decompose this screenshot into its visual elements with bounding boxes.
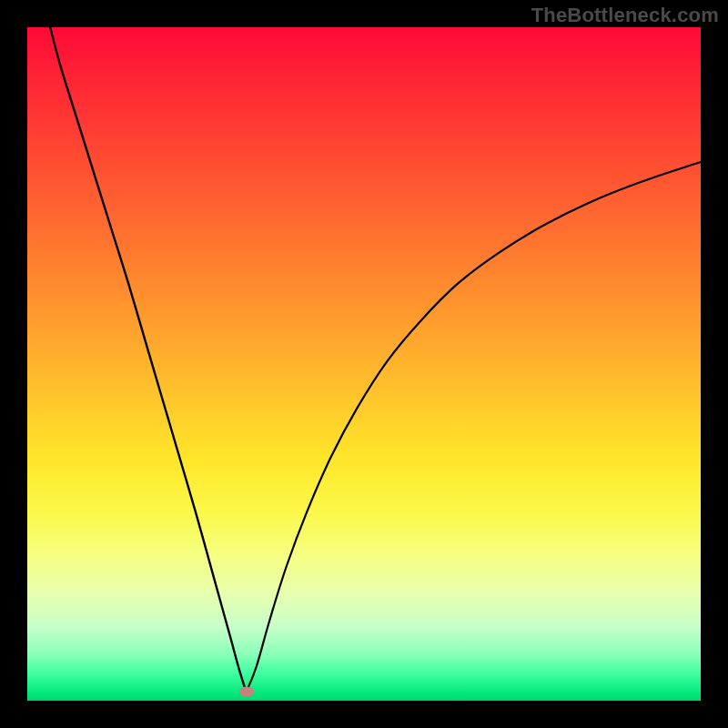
chart-frame: TheBottleneck.com [0, 0, 728, 728]
min-marker-icon [239, 687, 254, 697]
watermark-text: TheBottleneck.com [531, 4, 719, 27]
bottleneck-curve [27, 27, 701, 701]
plot-area [27, 27, 701, 701]
